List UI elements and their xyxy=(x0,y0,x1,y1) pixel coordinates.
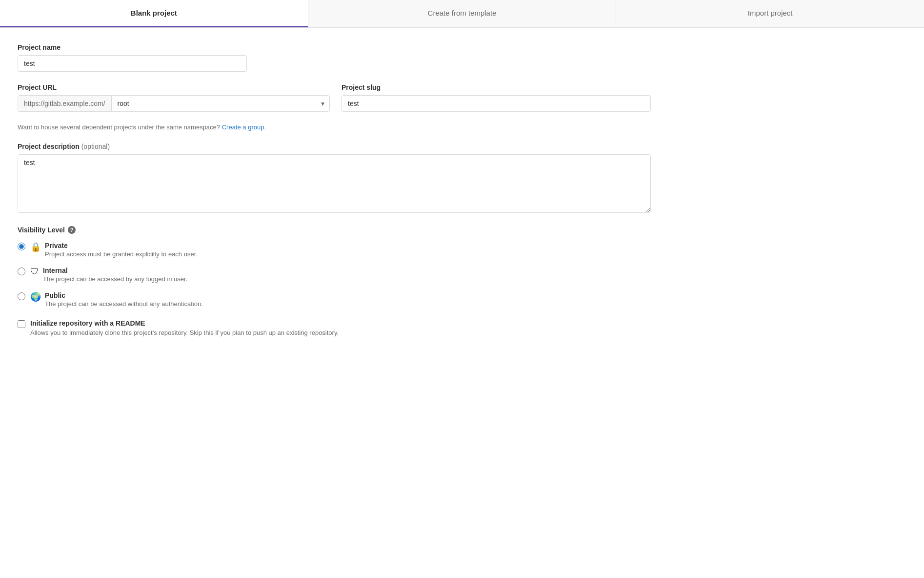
project-name-group: Project name xyxy=(18,43,651,72)
project-name-input[interactable] xyxy=(18,55,247,72)
create-group-link[interactable]: Create a group. xyxy=(222,124,266,131)
visibility-option-internal: 🛡 Internal The project can be accessed b… xyxy=(18,267,651,283)
private-icon: 🔒 xyxy=(30,242,41,252)
initialize-readme-checkbox[interactable] xyxy=(18,320,25,328)
initialize-readme-label: Initialize repository with a README xyxy=(30,319,339,327)
url-slug-row: Project URL https://gitlab.example.com/ … xyxy=(18,83,651,112)
project-description-input[interactable]: test xyxy=(18,154,651,213)
tab-import-project[interactable]: Import project xyxy=(616,0,924,27)
visibility-level-label: Visibility Level ? xyxy=(18,226,651,234)
public-icon: 🌍 xyxy=(30,291,41,302)
project-slug-label: Project slug xyxy=(341,83,651,91)
namespace-select[interactable]: root xyxy=(112,96,329,111)
url-field-group: https://gitlab.example.com/ root xyxy=(18,95,330,112)
internal-label: Internal xyxy=(43,267,187,274)
public-label: Public xyxy=(45,291,203,299)
internal-icon: 🛡 xyxy=(30,267,39,277)
visibility-radio-private[interactable] xyxy=(18,243,25,250)
private-label: Private xyxy=(45,242,198,249)
visibility-radio-internal[interactable] xyxy=(18,268,25,275)
optional-label: (optional) xyxy=(81,143,110,150)
project-slug-section: Project slug xyxy=(341,83,651,112)
project-slug-input[interactable] xyxy=(341,95,651,112)
url-prefix: https://gitlab.example.com/ xyxy=(18,96,112,111)
project-name-label: Project name xyxy=(18,43,651,51)
project-description-group: Project description (optional) test xyxy=(18,143,651,214)
visibility-option-public: 🌍 Public The project can be accessed wit… xyxy=(18,291,651,308)
namespace-hint: Want to house several dependent projects… xyxy=(18,124,651,131)
visibility-option-private: 🔒 Private Project access must be granted… xyxy=(18,242,651,258)
public-description: The project can be accessed without any … xyxy=(45,300,203,308)
tab-blank-project[interactable]: Blank project xyxy=(0,0,308,27)
internal-description: The project can be accessed by any logge… xyxy=(43,275,187,283)
visibility-radio-public[interactable] xyxy=(18,292,25,300)
project-url-section: Project URL https://gitlab.example.com/ … xyxy=(18,83,330,112)
tab-create-from-template[interactable]: Create from template xyxy=(308,0,617,27)
visibility-level-section: Visibility Level ? 🔒 Private Project acc… xyxy=(18,226,651,308)
private-description: Project access must be granted explicitl… xyxy=(45,250,198,258)
namespace-select-wrapper: root xyxy=(112,96,329,111)
blank-project-form: Project name Project URL https://gitlab.… xyxy=(0,28,668,352)
project-description-label: Project description (optional) xyxy=(18,143,651,150)
visibility-help-icon[interactable]: ? xyxy=(68,226,76,234)
initialize-readme-description: Allows you to immediately clone this pro… xyxy=(30,329,339,336)
project-type-tabs: Blank project Create from template Impor… xyxy=(0,0,924,28)
initialize-section: Initialize repository with a README Allo… xyxy=(18,319,651,336)
project-url-label: Project URL xyxy=(18,83,330,91)
namespace-hint-text: Want to house several dependent projects… xyxy=(18,124,220,131)
